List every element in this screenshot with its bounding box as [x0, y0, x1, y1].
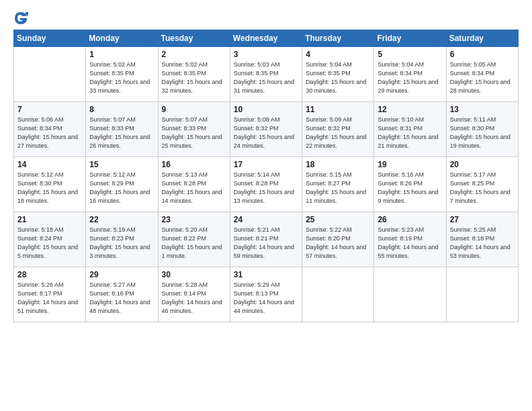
day-info: Sunrise: 5:18 AMSunset: 8:24 PMDaylight:…: [17, 226, 82, 261]
calendar-cell-w2d1: 15Sunrise: 5:12 AMSunset: 8:29 PMDayligh…: [86, 157, 158, 212]
calendar-cell-w2d5: 19Sunrise: 5:16 AMSunset: 8:26 PMDayligh…: [374, 157, 446, 212]
calendar-cell-w2d4: 18Sunrise: 5:15 AMSunset: 8:27 PMDayligh…: [302, 157, 374, 212]
day-info: Sunrise: 5:13 AMSunset: 8:28 PMDaylight:…: [162, 171, 226, 205]
day-info: Sunrise: 5:20 AMSunset: 8:22 PMDaylight:…: [162, 226, 226, 261]
day-info: Sunrise: 5:12 AMSunset: 8:30 PMDaylight:…: [17, 171, 82, 205]
day-info: Sunrise: 5:11 AMSunset: 8:30 PMDaylight:…: [450, 116, 515, 150]
day-number: 15: [89, 160, 154, 169]
calendar-cell-w4d0: 28Sunrise: 5:26 AMSunset: 8:17 PMDayligh…: [14, 267, 86, 322]
calendar-cell-w1d5: 12Sunrise: 5:10 AMSunset: 8:31 PMDayligh…: [374, 102, 446, 157]
weekday-friday: Friday: [374, 30, 446, 47]
day-info: Sunrise: 5:08 AMSunset: 8:32 PMDaylight:…: [234, 116, 298, 150]
calendar-cell-w2d3: 17Sunrise: 5:14 AMSunset: 8:28 PMDayligh…: [230, 157, 302, 212]
logo: [13, 11, 31, 26]
calendar-page: SundayMondayTuesdayWednesdayThursdayFrid…: [0, 0, 532, 411]
day-info: Sunrise: 5:12 AMSunset: 8:29 PMDaylight:…: [89, 171, 154, 205]
day-number: 17: [234, 160, 298, 169]
calendar-table: SundayMondayTuesdayWednesdayThursdayFrid…: [13, 30, 519, 322]
day-number: 31: [234, 270, 298, 279]
calendar-cell-w3d4: 25Sunrise: 5:22 AMSunset: 8:20 PMDayligh…: [302, 212, 374, 267]
day-number: 7: [17, 105, 82, 114]
day-info: Sunrise: 5:29 AMSunset: 8:13 PMDaylight:…: [234, 281, 298, 316]
weekday-wednesday: Wednesday: [230, 30, 302, 47]
day-info: Sunrise: 5:14 AMSunset: 8:28 PMDaylight:…: [234, 171, 298, 205]
day-number: 24: [234, 215, 298, 224]
weekday-tuesday: Tuesday: [158, 30, 230, 47]
weekday-header-row: SundayMondayTuesdayWednesdayThursdayFrid…: [14, 30, 519, 47]
calendar-cell-w4d2: 30Sunrise: 5:28 AMSunset: 8:14 PMDayligh…: [158, 267, 230, 322]
day-info: Sunrise: 5:06 AMSunset: 8:34 PMDaylight:…: [17, 116, 82, 150]
day-info: Sunrise: 5:04 AMSunset: 8:34 PMDaylight:…: [378, 60, 442, 95]
calendar-cell-w2d0: 14Sunrise: 5:12 AMSunset: 8:30 PMDayligh…: [14, 157, 86, 212]
day-number: 28: [17, 270, 82, 279]
logo-icon: [13, 11, 28, 26]
day-info: Sunrise: 5:25 AMSunset: 8:18 PMDaylight:…: [450, 226, 515, 261]
calendar-cell-w0d0: [14, 47, 86, 102]
calendar-cell-w1d4: 11Sunrise: 5:09 AMSunset: 8:32 PMDayligh…: [302, 102, 374, 157]
day-number: 3: [234, 50, 298, 59]
calendar-cell-w3d5: 26Sunrise: 5:23 AMSunset: 8:19 PMDayligh…: [374, 212, 446, 267]
week-row-1: 7Sunrise: 5:06 AMSunset: 8:34 PMDaylight…: [14, 102, 519, 157]
weekday-sunday: Sunday: [14, 30, 86, 47]
calendar-cell-w2d6: 20Sunrise: 5:17 AMSunset: 8:25 PMDayligh…: [446, 157, 518, 212]
calendar-cell-w0d4: 4Sunrise: 5:04 AMSunset: 8:35 PMDaylight…: [302, 47, 374, 102]
day-info: Sunrise: 5:23 AMSunset: 8:19 PMDaylight:…: [378, 226, 442, 261]
day-info: Sunrise: 5:15 AMSunset: 8:27 PMDaylight:…: [306, 171, 370, 205]
calendar-cell-w4d5: [374, 267, 446, 322]
calendar-cell-w3d0: 21Sunrise: 5:18 AMSunset: 8:24 PMDayligh…: [14, 212, 86, 267]
day-number: 6: [450, 50, 515, 59]
day-number: 5: [378, 50, 442, 59]
calendar-cell-w4d6: [446, 267, 518, 322]
weekday-saturday: Saturday: [446, 30, 518, 47]
day-info: Sunrise: 5:02 AMSunset: 8:35 PMDaylight:…: [89, 60, 154, 95]
day-info: Sunrise: 5:27 AMSunset: 8:16 PMDaylight:…: [89, 281, 154, 316]
week-row-4: 28Sunrise: 5:26 AMSunset: 8:17 PMDayligh…: [14, 267, 519, 322]
day-info: Sunrise: 5:07 AMSunset: 8:33 PMDaylight:…: [89, 116, 154, 150]
weekday-thursday: Thursday: [302, 30, 374, 47]
calendar-cell-w4d1: 29Sunrise: 5:27 AMSunset: 8:16 PMDayligh…: [86, 267, 158, 322]
day-info: Sunrise: 5:07 AMSunset: 8:33 PMDaylight:…: [162, 116, 226, 150]
calendar-cell-w0d2: 2Sunrise: 5:02 AMSunset: 8:35 PMDaylight…: [158, 47, 230, 102]
day-number: 2: [162, 50, 226, 59]
calendar-cell-w0d6: 6Sunrise: 5:05 AMSunset: 8:34 PMDaylight…: [446, 47, 518, 102]
calendar-cell-w3d6: 27Sunrise: 5:25 AMSunset: 8:18 PMDayligh…: [446, 212, 518, 267]
header: [13, 11, 519, 26]
day-number: 27: [450, 215, 515, 224]
day-number: 20: [450, 160, 515, 169]
calendar-cell-w0d1: 1Sunrise: 5:02 AMSunset: 8:35 PMDaylight…: [86, 47, 158, 102]
day-number: 30: [162, 270, 226, 279]
weekday-monday: Monday: [86, 30, 158, 47]
week-row-0: 1Sunrise: 5:02 AMSunset: 8:35 PMDaylight…: [14, 47, 519, 102]
day-number: 23: [162, 215, 226, 224]
calendar-cell-w0d3: 3Sunrise: 5:03 AMSunset: 8:35 PMDaylight…: [230, 47, 302, 102]
calendar-cell-w0d5: 5Sunrise: 5:04 AMSunset: 8:34 PMDaylight…: [374, 47, 446, 102]
day-number: 8: [89, 105, 154, 114]
day-number: 22: [89, 215, 154, 224]
day-number: 11: [306, 105, 370, 114]
day-info: Sunrise: 5:10 AMSunset: 8:31 PMDaylight:…: [378, 116, 442, 150]
calendar-cell-w3d2: 23Sunrise: 5:20 AMSunset: 8:22 PMDayligh…: [158, 212, 230, 267]
calendar-cell-w1d1: 8Sunrise: 5:07 AMSunset: 8:33 PMDaylight…: [86, 102, 158, 157]
calendar-cell-w1d6: 13Sunrise: 5:11 AMSunset: 8:30 PMDayligh…: [446, 102, 518, 157]
day-info: Sunrise: 5:02 AMSunset: 8:35 PMDaylight:…: [162, 60, 226, 95]
calendar-cell-w3d3: 24Sunrise: 5:21 AMSunset: 8:21 PMDayligh…: [230, 212, 302, 267]
day-info: Sunrise: 5:03 AMSunset: 8:35 PMDaylight:…: [234, 60, 298, 95]
day-number: 18: [306, 160, 370, 169]
day-info: Sunrise: 5:22 AMSunset: 8:20 PMDaylight:…: [306, 226, 370, 261]
day-number: 14: [17, 160, 82, 169]
day-number: 12: [378, 105, 442, 114]
day-info: Sunrise: 5:09 AMSunset: 8:32 PMDaylight:…: [306, 116, 370, 150]
day-number: 26: [378, 215, 442, 224]
day-info: Sunrise: 5:19 AMSunset: 8:23 PMDaylight:…: [89, 226, 154, 261]
week-row-2: 14Sunrise: 5:12 AMSunset: 8:30 PMDayligh…: [14, 157, 519, 212]
day-number: 25: [306, 215, 370, 224]
calendar-cell-w1d3: 10Sunrise: 5:08 AMSunset: 8:32 PMDayligh…: [230, 102, 302, 157]
calendar-cell-w3d1: 22Sunrise: 5:19 AMSunset: 8:23 PMDayligh…: [86, 212, 158, 267]
day-number: 4: [306, 50, 370, 59]
day-info: Sunrise: 5:05 AMSunset: 8:34 PMDaylight:…: [450, 60, 515, 95]
day-number: 21: [17, 215, 82, 224]
calendar-cell-w4d4: [302, 267, 374, 322]
day-number: 13: [450, 105, 515, 114]
calendar-cell-w2d2: 16Sunrise: 5:13 AMSunset: 8:28 PMDayligh…: [158, 157, 230, 212]
day-number: 29: [89, 270, 154, 279]
